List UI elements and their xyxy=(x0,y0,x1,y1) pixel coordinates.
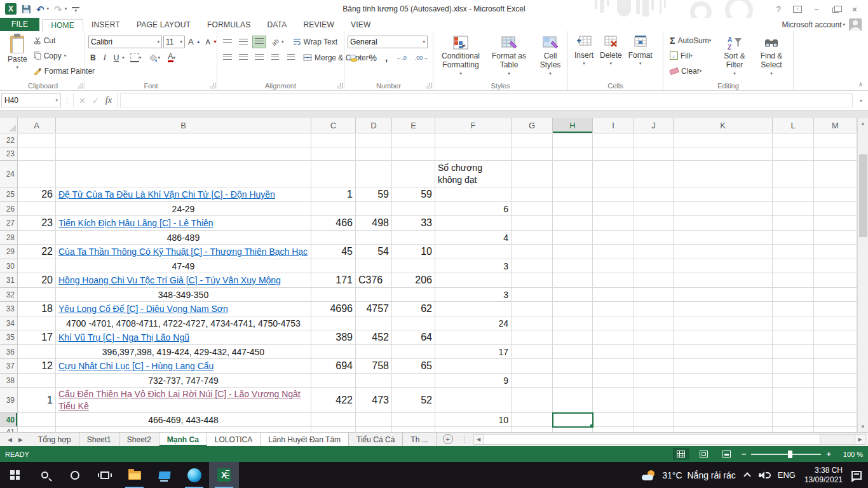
cell-K26[interactable] xyxy=(674,202,773,216)
cell-I40[interactable] xyxy=(593,413,634,427)
font-dialog-launcher[interactable] xyxy=(210,83,215,88)
row-header-36[interactable]: 36 xyxy=(0,345,18,359)
cell-A39[interactable]: 1 xyxy=(18,388,56,413)
cell-L31[interactable] xyxy=(773,273,814,288)
cell-E36[interactable] xyxy=(392,345,435,359)
cell-E37[interactable]: 65 xyxy=(392,359,435,374)
cell-D38[interactable] xyxy=(356,374,392,388)
collapse-ribbon-button[interactable]: ∧ xyxy=(858,81,863,88)
cell-B36[interactable]: 396,397,398, 419-424, 429-432, 447-450 xyxy=(56,345,311,359)
font-color-button[interactable]: A▾ xyxy=(166,51,177,64)
cell-H38[interactable] xyxy=(553,374,593,388)
column-header-J[interactable]: J xyxy=(634,118,674,133)
cell-I29[interactable] xyxy=(593,245,634,259)
cell-A32[interactable] xyxy=(18,288,56,302)
cell-J38[interactable] xyxy=(634,374,674,388)
cell-J32[interactable] xyxy=(634,288,674,302)
cell-G23[interactable] xyxy=(512,147,553,161)
cell-H34[interactable] xyxy=(553,316,593,330)
cell-I33[interactable] xyxy=(593,302,634,316)
cell-I35[interactable] xyxy=(593,330,634,345)
tab-data[interactable]: DATA xyxy=(259,19,295,31)
cell-M39[interactable] xyxy=(814,388,857,413)
cell-K24[interactable] xyxy=(674,161,773,187)
cell-J40[interactable] xyxy=(634,413,674,427)
cell-L33[interactable] xyxy=(773,302,814,316)
cell-I34[interactable] xyxy=(593,316,634,330)
cell-M29[interactable] xyxy=(814,245,857,259)
tab-insert[interactable]: INSERT xyxy=(83,19,128,31)
cell-D40[interactable] xyxy=(356,413,392,427)
comma-style-button[interactable]: , xyxy=(383,51,390,64)
cell-B40[interactable]: 466-469, 443-448 xyxy=(56,413,311,427)
increase-decimal-button[interactable]: ←.0 xyxy=(394,51,409,64)
cell-D39[interactable]: 473 xyxy=(356,388,392,413)
percent-style-button[interactable]: % xyxy=(367,51,379,64)
cell-M25[interactable] xyxy=(814,187,857,202)
italic-button[interactable]: I xyxy=(102,51,108,64)
cell-G26[interactable] xyxy=(512,202,553,216)
cell-F32[interactable]: 3 xyxy=(435,288,512,302)
cell-D26[interactable] xyxy=(356,202,392,216)
row-header-40[interactable]: 40 xyxy=(0,413,18,427)
cell-A38[interactable] xyxy=(18,374,56,388)
column-header-K[interactable]: K xyxy=(674,118,773,133)
cell-G38[interactable] xyxy=(512,374,553,388)
horizontal-scrollbar[interactable]: ◀ ▶ xyxy=(473,434,865,445)
clipboard-dialog-launcher[interactable] xyxy=(78,83,83,88)
cell-G33[interactable] xyxy=(512,302,553,316)
start-button[interactable] xyxy=(0,462,30,488)
cortana-button[interactable] xyxy=(60,462,90,488)
cell-C26[interactable] xyxy=(311,202,356,216)
tab-formulas[interactable]: FORMULAS xyxy=(199,19,259,31)
cell-H40[interactable] xyxy=(553,413,593,427)
tab-home[interactable]: HOME xyxy=(42,19,83,32)
cell-H25[interactable] xyxy=(553,187,593,202)
scroll-left-icon[interactable]: ◀ xyxy=(474,435,484,444)
cell-M28[interactable] xyxy=(814,231,857,245)
row-header-26[interactable]: 26 xyxy=(0,202,18,216)
cell-D24[interactable] xyxy=(356,161,392,187)
vertical-scroll-thumb[interactable] xyxy=(859,154,867,237)
taskbar-search-button[interactable] xyxy=(30,462,60,488)
restore-button[interactable] xyxy=(827,3,844,15)
cell-K27[interactable] xyxy=(674,216,773,231)
row-header-32[interactable]: 32 xyxy=(0,288,18,302)
ribbon-display-options-button[interactable]: ↑ xyxy=(789,3,806,15)
cell-D31[interactable]: C376 xyxy=(356,273,392,288)
cell-A35[interactable]: 17 xyxy=(18,330,56,345)
cell-M33[interactable] xyxy=(814,302,857,316)
cell-L41[interactable] xyxy=(773,427,814,432)
cell-J26[interactable] xyxy=(634,202,674,216)
clock[interactable]: 3:38 CH 13/09/2021 xyxy=(804,466,843,485)
excel-logo-icon[interactable]: X xyxy=(5,3,17,15)
row-header-29[interactable]: 29 xyxy=(0,245,18,259)
cell-H32[interactable] xyxy=(553,288,593,302)
scroll-right-icon[interactable]: ▶ xyxy=(855,435,865,444)
cell-J28[interactable] xyxy=(634,231,674,245)
cell-E33[interactable]: 62 xyxy=(392,302,435,316)
cell-G24[interactable] xyxy=(512,161,553,187)
zoom-slider[interactable] xyxy=(751,454,821,455)
cell-J35[interactable] xyxy=(634,330,674,345)
cell-F38[interactable]: 9 xyxy=(435,374,512,388)
cell-F27[interactable] xyxy=(435,216,512,231)
cell-L29[interactable] xyxy=(773,245,814,259)
cell-C40[interactable] xyxy=(311,413,356,427)
row-header-28[interactable]: 28 xyxy=(0,231,18,245)
cell-B22[interactable] xyxy=(56,134,311,147)
cell-L39[interactable] xyxy=(773,388,814,413)
column-header-E[interactable]: E xyxy=(392,118,435,133)
cell-I27[interactable] xyxy=(593,216,634,231)
cell-C23[interactable] xyxy=(311,147,356,161)
cell-G27[interactable] xyxy=(512,216,553,231)
cell-A30[interactable] xyxy=(18,259,56,273)
paste-button[interactable]: Paste ▾ xyxy=(4,34,31,72)
cell-M36[interactable] xyxy=(814,345,857,359)
sheet-tab-1[interactable]: Sheet1 xyxy=(79,433,119,446)
cell-E41[interactable] xyxy=(392,427,435,432)
cell-I31[interactable] xyxy=(593,273,634,288)
cell-F40[interactable]: 10 xyxy=(435,413,512,427)
cell-L40[interactable] xyxy=(773,413,814,427)
cell-B32[interactable]: 348-349-350 xyxy=(56,288,311,302)
